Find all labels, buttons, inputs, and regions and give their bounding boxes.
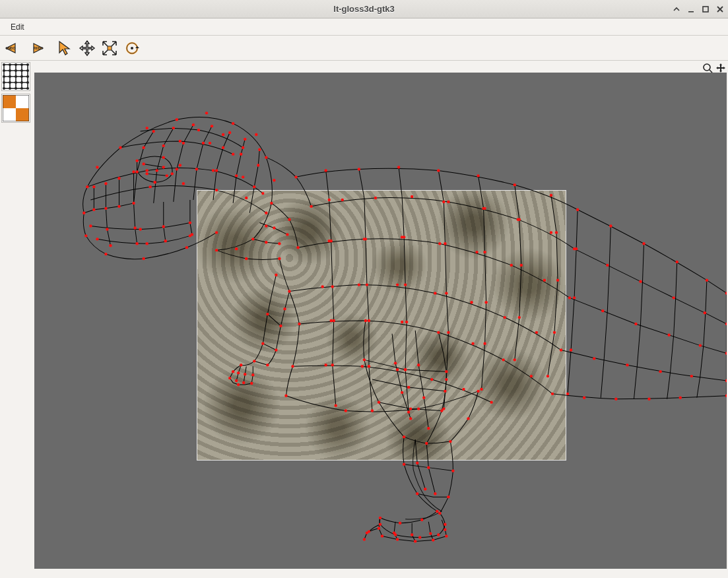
move-icon [79, 40, 96, 57]
svg-point-31 [15, 87, 17, 90]
svg-point-14 [3, 69, 5, 72]
viewport-pan-button[interactable] [715, 62, 727, 74]
svg-point-92 [182, 142, 185, 144]
pointer-tool-button[interactable] [54, 38, 75, 59]
svg-point-32 [20, 87, 23, 90]
svg-point-319 [363, 538, 366, 540]
svg-point-84 [242, 146, 244, 149]
svg-point-139 [397, 166, 400, 168]
svg-point-69 [145, 169, 148, 172]
texture-image [197, 190, 566, 461]
svg-point-226 [642, 242, 645, 245]
svg-point-141 [477, 174, 479, 177]
svg-point-79 [179, 140, 182, 143]
svg-point-25 [9, 81, 11, 84]
svg-point-295 [438, 512, 441, 515]
svg-point-244 [725, 379, 727, 382]
svg-point-15 [9, 69, 11, 72]
svg-point-232 [672, 296, 675, 299]
scale-icon [101, 40, 118, 57]
svg-point-29 [3, 87, 5, 90]
svg-point-291 [416, 492, 418, 495]
svg-point-102 [244, 138, 246, 141]
svg-point-152 [573, 247, 576, 250]
svg-point-142 [513, 183, 516, 186]
svg-point-241 [626, 364, 628, 366]
svg-point-300 [420, 519, 423, 521]
svg-point-26 [15, 81, 17, 84]
svg-point-7 [131, 47, 133, 49]
svg-point-240 [593, 357, 595, 360]
svg-point-13 [26, 63, 29, 66]
svg-point-107 [162, 156, 165, 158]
uv-checker-button[interactable] [1, 94, 30, 123]
window-minimize-button[interactable] [686, 4, 696, 15]
svg-point-138 [358, 168, 360, 170]
svg-point-125 [164, 240, 167, 242]
svg-point-17 [20, 69, 23, 72]
svg-point-310 [393, 531, 395, 534]
svg-point-21 [15, 75, 17, 78]
svg-point-24 [3, 81, 5, 84]
pan-icon [715, 63, 726, 73]
svg-point-248 [679, 397, 682, 399]
svg-point-293 [451, 469, 454, 472]
svg-point-104 [257, 164, 259, 166]
svg-point-66 [117, 177, 120, 179]
svg-point-22 [20, 75, 23, 78]
undo-button[interactable]: UNDO [3, 38, 24, 59]
move-tool-button[interactable] [77, 38, 98, 59]
side-toolbar [0, 61, 33, 570]
svg-point-315 [432, 538, 434, 541]
svg-point-249 [725, 395, 727, 397]
redo-button[interactable]: REDO [25, 38, 46, 59]
svg-point-235 [601, 309, 604, 312]
window-collapse-button[interactable] [671, 4, 682, 15]
svg-point-100 [235, 174, 238, 177]
svg-point-62 [92, 185, 95, 188]
svg-point-115 [139, 228, 141, 230]
svg-point-231 [639, 280, 642, 282]
svg-point-45 [176, 118, 178, 121]
svg-point-135 [294, 176, 297, 178]
svg-point-19 [3, 75, 5, 78]
viewport-zoom-button[interactable] [702, 62, 713, 74]
svg-point-88 [155, 169, 158, 172]
svg-point-242 [659, 370, 661, 373]
svg-point-39 [704, 64, 710, 71]
svg-point-41 [86, 185, 88, 188]
window-maximize-button[interactable] [700, 4, 711, 15]
svg-point-93 [192, 123, 195, 126]
svg-point-75 [182, 182, 185, 185]
svg-point-57 [104, 253, 107, 255]
svg-point-140 [437, 169, 440, 172]
svg-point-116 [189, 221, 191, 224]
svg-point-304 [437, 533, 440, 536]
svg-point-71 [212, 169, 215, 172]
svg-point-246 [614, 398, 617, 401]
uv-viewport[interactable] [34, 73, 727, 569]
scale-tool-button[interactable] [99, 38, 120, 59]
svg-point-306 [394, 533, 397, 536]
svg-point-160 [568, 296, 571, 299]
svg-rect-36 [3, 108, 16, 121]
svg-point-98 [222, 146, 224, 149]
svg-point-112 [145, 172, 148, 175]
svg-point-114 [89, 224, 92, 227]
svg-point-89 [162, 144, 165, 147]
svg-point-11 [15, 63, 17, 66]
svg-point-111 [162, 166, 165, 168]
svg-point-10 [9, 63, 11, 66]
svg-point-247 [647, 398, 650, 401]
svg-point-99 [228, 131, 231, 134]
svg-point-46 [205, 112, 208, 114]
uv-grid-button[interactable] [1, 62, 30, 91]
svg-point-292 [436, 510, 438, 513]
menu-edit[interactable]: Edit [5, 21, 30, 33]
svg-point-110 [142, 162, 145, 165]
rotate-tool-button[interactable] [121, 38, 143, 59]
svg-point-18 [26, 69, 29, 72]
svg-point-124 [162, 225, 165, 228]
svg-point-74 [149, 185, 151, 188]
window-close-button[interactable] [715, 4, 725, 15]
